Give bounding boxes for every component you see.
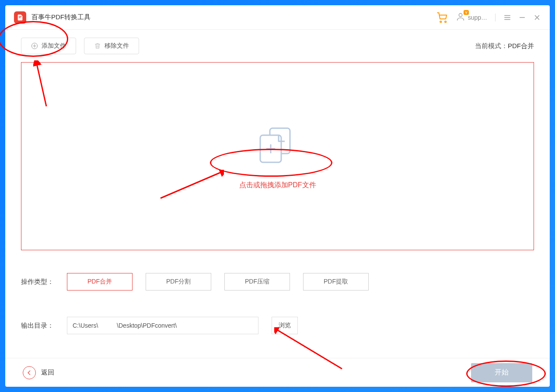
minimize-icon[interactable] (518, 14, 526, 21)
app-title: 百事牛PDF转换工具 (31, 13, 91, 21)
trash-icon (94, 42, 101, 49)
close-icon[interactable] (533, 14, 541, 21)
svg-point-0 (440, 21, 441, 22)
operation-type-row: 操作类型： PDF合并 PDF分割 PDF压缩 PDF提取 (21, 273, 534, 290)
menu-icon[interactable] (503, 14, 511, 21)
file-toolbar: 添加文件 移除文件 当前模式：PDF合并 (21, 38, 534, 54)
op-pdf-extract[interactable]: PDF提取 (303, 273, 369, 290)
app-logo-icon (14, 11, 26, 24)
svg-point-1 (445, 21, 446, 22)
output-row: 输出目录： 浏览 (21, 317, 534, 334)
operation-label: 操作类型： (21, 278, 54, 286)
user-label: supp… (468, 14, 487, 21)
add-file-label: 添加文件 (42, 42, 66, 50)
output-label: 输出目录： (21, 322, 54, 330)
file-drop-zone[interactable]: 点击或拖拽添加PDF文件 (21, 62, 534, 250)
operation-options: PDF合并 PDF分割 PDF压缩 PDF提取 (67, 273, 369, 290)
back-arrow-icon (23, 366, 36, 379)
remove-file-label: 移除文件 (105, 42, 129, 50)
output-path-input[interactable] (67, 317, 258, 334)
content-area: 添加文件 移除文件 当前模式：PDF合并 点击或拖拽添加PDF文件 (5, 30, 550, 358)
divider (495, 14, 496, 21)
vip-badge-icon: V (464, 10, 468, 15)
plus-circle-icon (31, 42, 38, 49)
user-icon: V (456, 12, 465, 23)
remove-file-button[interactable]: 移除文件 (84, 38, 139, 54)
title-bar: 百事牛PDF转换工具 V supp… (5, 5, 550, 30)
app-window: 百事牛PDF转换工具 V supp… (5, 5, 550, 387)
back-label: 返回 (41, 368, 54, 377)
start-button[interactable]: 开始 (471, 363, 532, 382)
footer-bar: 返回 开始 (5, 358, 550, 387)
op-pdf-split[interactable]: PDF分割 (146, 273, 211, 290)
current-mode-label: 当前模式：PDF合并 (475, 42, 534, 50)
op-pdf-compress[interactable]: PDF压缩 (224, 273, 290, 290)
browse-button[interactable]: 浏览 (272, 317, 298, 334)
add-document-icon (256, 123, 300, 168)
cart-icon[interactable] (436, 12, 448, 23)
user-account-button[interactable]: V supp… (456, 12, 487, 23)
drop-zone-text: 点击或拖拽添加PDF文件 (239, 181, 316, 190)
svg-point-2 (459, 13, 462, 16)
add-file-button[interactable]: 添加文件 (21, 38, 76, 54)
op-pdf-merge[interactable]: PDF合并 (67, 273, 133, 290)
back-button[interactable]: 返回 (23, 366, 54, 379)
